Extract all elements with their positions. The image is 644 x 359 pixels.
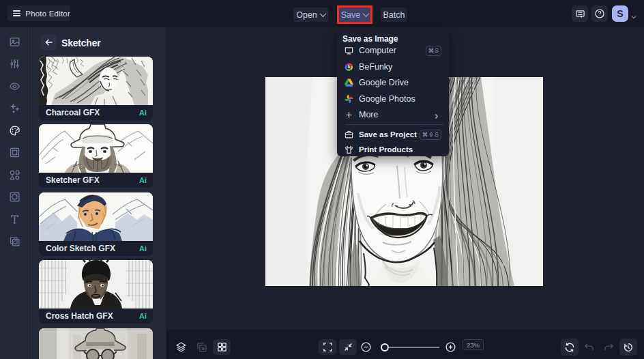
svg-text:b: b (348, 64, 351, 69)
